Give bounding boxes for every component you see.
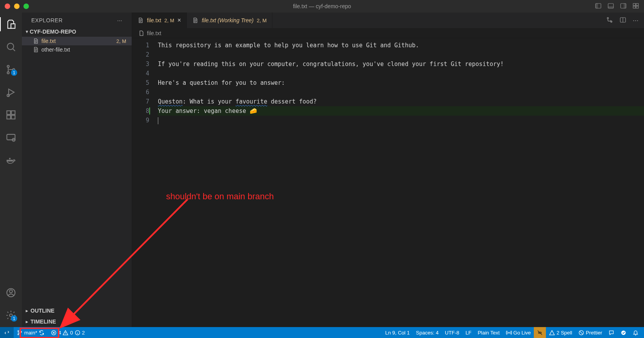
go-live-label: Go Live — [513, 330, 531, 336]
activity-explorer[interactable] — [3, 16, 19, 32]
folder-name: CYF-DEMO-REPO — [30, 29, 76, 35]
feedback-icon — [608, 330, 614, 336]
status-bar: main* 4 0 2 Ln 9, Col 1 Spaces: 4 UTF-8 … — [0, 327, 644, 338]
file-row[interactable]: file.txt 2, M — [22, 37, 132, 45]
svg-point-33 — [18, 334, 19, 335]
svg-point-12 — [7, 72, 9, 74]
editor-tab[interactable]: file.txt 2, M × — [132, 13, 187, 28]
prettier-item[interactable]: Prettier — [575, 327, 605, 338]
eol-item[interactable]: LF — [462, 327, 474, 338]
window-maximize-button[interactable] — [23, 4, 29, 9]
explorer-header: EXPLORER ··· — [22, 13, 132, 27]
svg-point-29 — [607, 17, 608, 18]
chevron-down-icon: ▸ — [25, 30, 30, 33]
svg-point-34 — [21, 331, 22, 332]
editor-tab[interactable]: file.txt (Working Tree) 2, M — [187, 13, 272, 28]
statusbar-left: main* 4 0 2 — [0, 327, 88, 338]
chevron-right-icon: ▸ — [26, 308, 28, 313]
svg-rect-18 — [7, 115, 11, 119]
spell-item[interactable]: 2 Spell — [546, 327, 575, 338]
feedback-item[interactable] — [605, 327, 617, 338]
tab-badge: 2, M — [257, 18, 267, 23]
svg-point-10 — [7, 43, 14, 50]
window-titlebar: file.txt — cyf-demo-repo — [0, 0, 644, 13]
breadcrumb-file: file.txt — [147, 30, 161, 36]
svg-rect-17 — [11, 111, 15, 114]
svg-point-41 — [621, 330, 626, 334]
language-mode-item[interactable]: Plain Text — [474, 327, 503, 338]
sidebar-bottom: ▸ OUTLINE ▸ TIMELINE — [22, 305, 132, 327]
warning-count: 0 — [70, 330, 73, 336]
activity-docker[interactable] — [3, 152, 19, 168]
file-icon — [33, 46, 39, 53]
broadcast-icon — [506, 330, 512, 336]
activity-extensions[interactable] — [3, 107, 19, 123]
timeline-section[interactable]: ▸ TIMELINE — [22, 316, 132, 327]
file-tree: file.txt 2, M other-file.txt — [22, 37, 132, 305]
svg-rect-3 — [608, 6, 614, 8]
window-title: file.txt — cyf-demo-repo — [0, 3, 644, 9]
svg-rect-8 — [633, 6, 635, 8]
go-live-item[interactable]: Go Live — [503, 327, 534, 338]
cursor-position[interactable]: Ln 9, Col 1 — [382, 327, 413, 338]
tab-badge: 2, M — [165, 18, 174, 23]
tab-close-icon[interactable]: × — [177, 17, 181, 24]
source-control-badge: 1 — [11, 70, 17, 76]
panel-toggle-bottom-icon[interactable] — [607, 2, 614, 11]
split-editor-icon[interactable] — [619, 16, 626, 25]
customize-layout-icon[interactable] — [632, 2, 639, 11]
chevron-right-icon: ▸ — [26, 319, 28, 324]
git-branch-name: main* — [24, 330, 37, 336]
editor-area: file.txt 2, M × file.txt (Working Tree) … — [132, 13, 644, 327]
panel-toggle-right-icon[interactable] — [620, 2, 627, 11]
activity-run-debug[interactable] — [3, 84, 19, 100]
notifications-item[interactable] — [630, 327, 642, 338]
outline-label: OUTLINE — [30, 308, 54, 314]
compare-changes-icon[interactable] — [606, 16, 613, 25]
svg-point-32 — [18, 330, 19, 331]
encoding-item[interactable]: UTF-8 — [442, 327, 462, 338]
window-minimize-button[interactable] — [14, 4, 20, 9]
activity-source-control[interactable]: 1 — [3, 62, 19, 77]
warning-icon — [63, 330, 68, 336]
svg-rect-6 — [633, 4, 635, 5]
remote-indicator[interactable] — [0, 327, 14, 338]
info-count: 2 — [82, 330, 85, 336]
file-row[interactable]: other-file.txt — [22, 45, 132, 54]
explorer-sidebar: EXPLORER ··· ▸ CYF-DEMO-REPO file.txt 2,… — [22, 13, 132, 327]
editor-more-icon[interactable]: ··· — [633, 16, 639, 25]
activity-accounts[interactable] — [3, 285, 19, 300]
explorer-folder[interactable]: ▸ CYF-DEMO-REPO — [22, 27, 132, 37]
error-count: 4 — [58, 330, 61, 336]
outline-section[interactable]: ▸ OUTLINE — [22, 305, 132, 316]
code-content[interactable]: This repository is an example to help yo… — [154, 38, 644, 327]
problems-item[interactable]: 4 0 2 — [48, 327, 88, 338]
activity-remote-explorer[interactable] — [3, 130, 19, 145]
file-icon — [138, 30, 145, 36]
file-icon — [33, 38, 39, 44]
svg-rect-7 — [636, 4, 639, 5]
code-area[interactable]: 123456789 This repository is an example … — [132, 38, 644, 327]
explorer-more-icon[interactable]: ··· — [115, 16, 125, 24]
svg-point-37 — [508, 332, 510, 333]
svg-point-11 — [7, 65, 9, 67]
file-icon — [138, 17, 144, 23]
settings-badge: 1 — [11, 315, 17, 322]
git-branch-item[interactable]: main* — [14, 327, 48, 338]
tab-filename: file.txt (Working Tree) — [202, 17, 254, 23]
tab-filename: file.txt — [147, 17, 161, 23]
panel-toggle-left-icon[interactable] — [595, 2, 602, 11]
ok-item[interactable] — [617, 327, 630, 338]
activity-search[interactable] — [3, 39, 19, 55]
activity-settings[interactable]: 1 — [3, 308, 19, 323]
window-close-button[interactable] — [5, 4, 10, 9]
app-root: file.txt — cyf-demo-repo — [0, 0, 644, 338]
file-icon — [192, 17, 199, 23]
sync-icon — [39, 330, 45, 336]
warning-icon — [549, 330, 555, 336]
indentation-item[interactable]: Spaces: 4 — [413, 327, 442, 338]
file-badge: 2, M — [116, 38, 126, 44]
copilot-off-icon — [537, 330, 543, 336]
breadcrumbs[interactable]: file.txt — [132, 28, 644, 38]
copilot-disabled-item[interactable] — [534, 327, 546, 338]
